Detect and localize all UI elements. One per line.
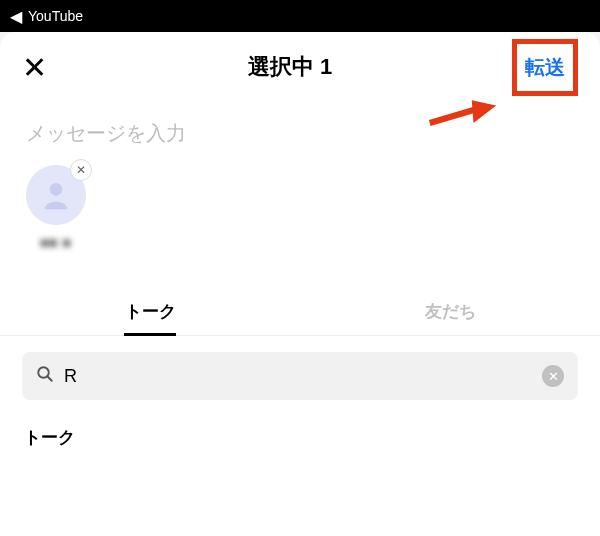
remove-selection-button[interactable]: ✕ bbox=[70, 159, 92, 181]
modal-header: ✕ 選択中 1 転送 bbox=[0, 32, 600, 102]
modal-title: 選択中 1 bbox=[82, 52, 498, 82]
selected-item-name: ■■ ■ bbox=[26, 235, 86, 250]
avatar-wrap: ✕ bbox=[26, 165, 86, 225]
svg-point-2 bbox=[50, 183, 63, 196]
message-input[interactable]: メッセージを入力 bbox=[0, 102, 600, 157]
status-bar: ◀ YouTube bbox=[0, 0, 600, 32]
back-arrow-icon[interactable]: ◀ bbox=[10, 7, 22, 26]
clear-search-button[interactable]: ✕ bbox=[542, 365, 564, 387]
tab-friends[interactable]: 友だち bbox=[300, 288, 600, 335]
forward-modal: ✕ 選択中 1 転送 メッセージを入力 ✕ ■■ bbox=[0, 32, 600, 536]
selected-item: ✕ ■■ ■ bbox=[26, 165, 86, 250]
selected-items-row: ✕ ■■ ■ bbox=[0, 157, 600, 258]
tab-talk[interactable]: トーク bbox=[0, 288, 300, 335]
svg-line-4 bbox=[47, 376, 52, 381]
forward-button[interactable]: 転送 bbox=[525, 54, 565, 81]
tabs: トーク 友だち bbox=[0, 288, 600, 336]
close-button[interactable]: ✕ bbox=[22, 50, 82, 85]
search-icon bbox=[36, 365, 54, 388]
section-talk-label: トーク bbox=[0, 416, 600, 449]
annotation-highlight-box: 転送 bbox=[512, 39, 578, 96]
person-icon bbox=[39, 178, 73, 212]
forward-button-container: 転送 bbox=[498, 39, 578, 96]
search-input[interactable]: R bbox=[64, 366, 542, 387]
back-app-label[interactable]: YouTube bbox=[28, 8, 83, 24]
search-box[interactable]: R ✕ bbox=[22, 352, 578, 400]
